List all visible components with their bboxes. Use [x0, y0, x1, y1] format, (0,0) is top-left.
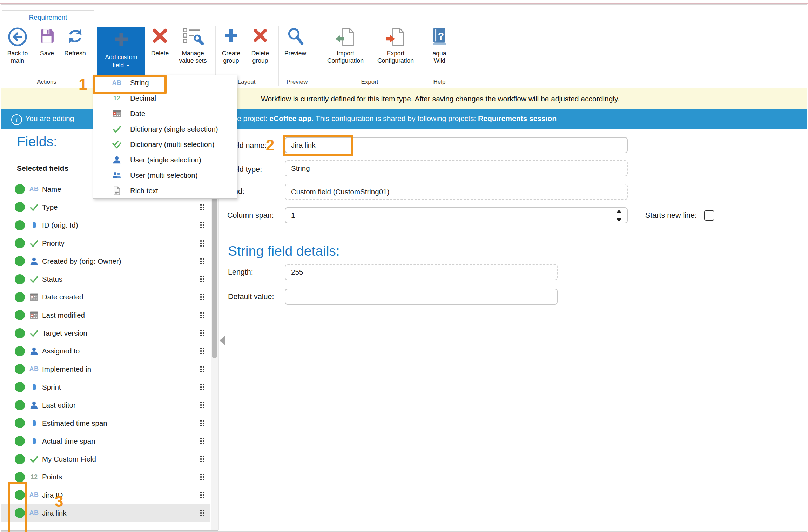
check-type-icon: [111, 124, 123, 134]
field-row[interactable]: Type: [1, 198, 210, 216]
drag-handle-icon[interactable]: [200, 402, 204, 408]
stepper-down-icon[interactable]: [617, 218, 621, 222]
drag-handle-icon[interactable]: [200, 438, 204, 444]
enabled-dot-icon: [15, 346, 25, 356]
enabled-dot-icon: [15, 454, 25, 464]
drag-handle-icon[interactable]: [200, 222, 204, 228]
starts-new-line-label: Starts new line:: [645, 207, 697, 223]
ribbon-group-divider: [316, 26, 316, 86]
field-row[interactable]: Target version: [1, 324, 210, 342]
stepper-up-icon[interactable]: [617, 210, 621, 213]
number-field-icon: [28, 221, 40, 230]
refresh-label: Refresh: [64, 50, 86, 57]
annotation-step1: 1: [79, 77, 87, 92]
enabled-dot-icon: [15, 490, 25, 500]
field-row[interactable]: Assigned to: [1, 342, 210, 360]
column-span-stepper[interactable]: [614, 210, 624, 222]
check-field-icon: [28, 203, 40, 212]
field-row[interactable]: Priority: [1, 234, 210, 252]
drag-handle-icon[interactable]: [200, 366, 204, 372]
menu-item-label: String: [130, 79, 149, 87]
drag-handle-icon[interactable]: [200, 258, 204, 264]
field-row[interactable]: ABJira link: [1, 504, 210, 522]
preview-label: Preview: [284, 50, 306, 57]
refresh-button[interactable]: Refresh: [64, 27, 86, 57]
field-row[interactable]: ABImplemented in: [1, 360, 210, 378]
field-row-label: Jira link: [42, 509, 67, 517]
menu-item-user-multi-selection[interactable]: User (multi selection): [93, 168, 237, 183]
menu-item-rich-text[interactable]: Rich text: [93, 183, 237, 198]
drag-handle-icon[interactable]: [200, 240, 204, 247]
aqua-wiki-label: aqua Wiki: [430, 50, 449, 64]
drag-handle-icon[interactable]: [200, 492, 204, 498]
column-span-input[interactable]: [285, 207, 628, 223]
menu-item-date[interactable]: Date: [93, 106, 237, 121]
drag-handle-icon[interactable]: [200, 330, 204, 336]
text-field-icon: AB: [28, 491, 40, 500]
create-group-button[interactable]: Create group: [218, 27, 244, 64]
tab-requirement[interactable]: Requirement: [2, 10, 94, 25]
enabled-dot-icon: [15, 310, 25, 320]
length-label: Length:: [228, 264, 253, 280]
save-button[interactable]: Save: [38, 27, 56, 57]
back-to-main-button[interactable]: Back to main: [5, 27, 31, 64]
check2-type-icon: [111, 140, 123, 149]
aqua-wiki-button[interactable]: ? aqua Wiki: [430, 27, 449, 64]
collapse-panel-arrow-icon[interactable]: [220, 335, 225, 346]
field-row[interactable]: Sprint: [1, 378, 210, 396]
add-custom-field-button[interactable]: Add custom field: [97, 27, 145, 75]
import-configuration-button[interactable]: Import Configuration: [322, 27, 369, 64]
field-row[interactable]: 12Points: [1, 468, 210, 486]
drag-handle-icon[interactable]: [200, 348, 204, 354]
ribbon-group-label-preview: Preview: [287, 79, 308, 86]
decimal-type-icon: 12: [111, 95, 123, 102]
field-row[interactable]: Last modified: [1, 306, 210, 324]
drag-handle-icon[interactable]: [200, 294, 204, 300]
field-row-label: Created by (orig: Owner): [42, 257, 121, 265]
ribbon-group-label-export: Export: [361, 79, 378, 86]
field-row[interactable]: Actual time span: [1, 432, 210, 450]
field-row[interactable]: ABJira ID: [1, 486, 210, 504]
field-row[interactable]: Last editor: [1, 396, 210, 414]
field-row[interactable]: Created by (orig: Owner): [1, 252, 210, 270]
field-row[interactable]: Date created: [1, 288, 210, 306]
menu-item-dictionary-single-selection[interactable]: Dictionary (single selection): [93, 121, 237, 137]
check-field-icon: [28, 239, 40, 248]
drag-handle-icon[interactable]: [200, 456, 204, 462]
import-configuration-label: Import Configuration: [322, 50, 369, 64]
starts-new-line-checkbox[interactable]: [704, 210, 714, 221]
help-book-icon: ?: [431, 27, 448, 48]
menu-item-decimal[interactable]: 12Decimal: [93, 90, 237, 106]
field-name-input[interactable]: [285, 137, 628, 153]
menu-item-user-single-selection[interactable]: User (single selection): [93, 152, 237, 168]
delete-field-button[interactable]: Delete: [151, 27, 169, 57]
drag-handle-icon[interactable]: [200, 384, 204, 390]
export-configuration-button[interactable]: Export Configuration: [372, 27, 419, 64]
drag-handle-icon[interactable]: [200, 420, 204, 426]
delete-group-button[interactable]: Delete group: [247, 27, 273, 64]
field-row[interactable]: Status: [1, 270, 210, 288]
ribbon-top-border: [1, 24, 807, 24]
save-label: Save: [40, 50, 54, 57]
drag-handle-icon[interactable]: [200, 474, 204, 480]
save-floppy-icon: [38, 27, 56, 48]
text-field-icon: AB: [28, 185, 40, 194]
field-row[interactable]: Estimated time span: [1, 414, 210, 432]
drag-handle-icon[interactable]: [200, 204, 204, 210]
drag-handle-icon[interactable]: [200, 510, 204, 516]
preview-button[interactable]: Preview: [284, 27, 306, 57]
drag-handle-icon[interactable]: [200, 276, 204, 282]
field-row[interactable]: ID (orig: Id): [1, 216, 210, 234]
default-value-input[interactable]: [285, 289, 558, 305]
menu-item-string[interactable]: ABString: [93, 75, 237, 90]
field-row-label: Last editor: [42, 401, 76, 409]
banner-shared-project: Requirements session: [478, 114, 557, 122]
column-span-label: Column span:: [227, 207, 274, 223]
text-field-icon: AB: [28, 365, 40, 374]
manage-value-sets-button[interactable]: Manage value sets: [176, 27, 210, 64]
field-row[interactable]: My Custom Field: [1, 450, 210, 468]
banner-project-name: eCoffee app: [269, 114, 311, 122]
ribbon-group-divider: [278, 26, 279, 86]
drag-handle-icon[interactable]: [200, 312, 204, 318]
menu-item-dictionary-multi-selection[interactable]: Dictionary (multi selection): [93, 137, 237, 152]
